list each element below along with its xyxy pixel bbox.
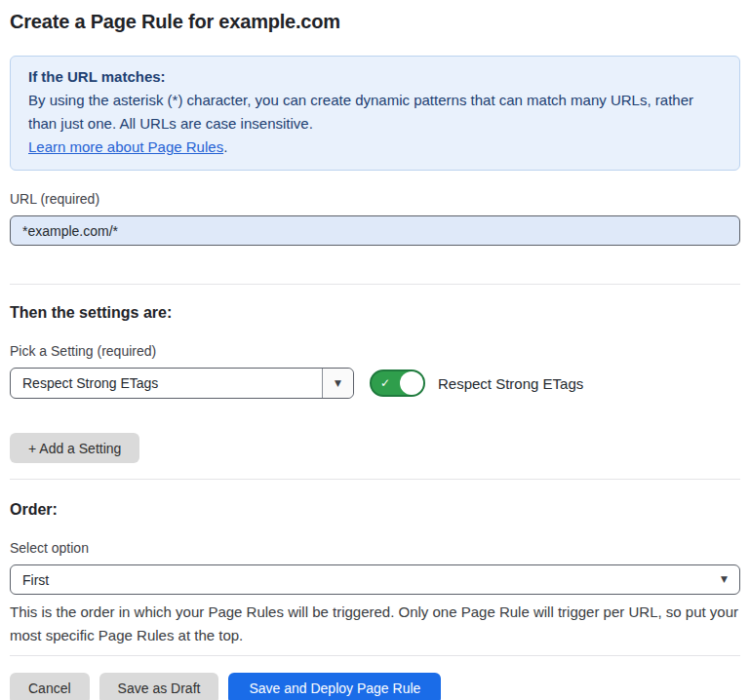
add-setting-button[interactable]: + Add a Setting xyxy=(10,433,139,463)
divider xyxy=(10,284,740,285)
order-help-text: This is the order in which your Page Rul… xyxy=(10,601,740,647)
order-select-value: First xyxy=(11,572,721,588)
order-select-label: Select option xyxy=(10,540,740,557)
create-page-rule-form: Create a Page Rule for example.com If th… xyxy=(0,0,750,700)
cancel-button[interactable]: Cancel xyxy=(10,673,90,700)
link-period: . xyxy=(223,138,227,155)
info-box-link-line: Learn more about Page Rules. xyxy=(28,136,722,159)
divider xyxy=(10,479,740,480)
chevron-down-icon: ▼ xyxy=(721,575,739,584)
url-match-info-box: If the URL matches: By using the asteris… xyxy=(10,56,740,171)
setting-select-value: Respect Strong ETags xyxy=(11,375,322,391)
save-and-deploy-button[interactable]: Save and Deploy Page Rule xyxy=(228,673,441,700)
settings-section-heading: Then the settings are: xyxy=(10,303,740,322)
check-icon: ✓ xyxy=(380,377,390,389)
divider xyxy=(10,655,740,656)
setting-select-arrow-button[interactable]: ▼ xyxy=(322,369,353,398)
pick-setting-label: Pick a Setting (required) xyxy=(10,343,740,360)
order-section-heading: Order: xyxy=(10,500,740,519)
setting-row: Respect Strong ETags ▼ ✓ Respect Strong … xyxy=(10,368,740,399)
info-box-body: By using the asterisk (*) character, you… xyxy=(28,89,722,136)
page-title: Create a Page Rule for example.com xyxy=(10,10,740,33)
setting-toggle[interactable]: ✓ xyxy=(370,369,425,397)
save-as-draft-button[interactable]: Save as Draft xyxy=(99,673,219,700)
url-input[interactable] xyxy=(10,215,740,246)
setting-select[interactable]: Respect Strong ETags ▼ xyxy=(10,368,354,399)
learn-more-link[interactable]: Learn more about Page Rules xyxy=(28,138,223,155)
toggle-label: Respect Strong ETags xyxy=(438,375,583,392)
chevron-down-icon: ▼ xyxy=(335,379,341,388)
footer-actions: Cancel Save as Draft Save and Deploy Pag… xyxy=(10,673,740,700)
url-label: URL (required) xyxy=(10,191,740,208)
order-select[interactable]: First ▼ xyxy=(10,564,740,595)
info-box-heading: If the URL matches: xyxy=(28,65,722,89)
toggle-knob xyxy=(400,371,423,395)
